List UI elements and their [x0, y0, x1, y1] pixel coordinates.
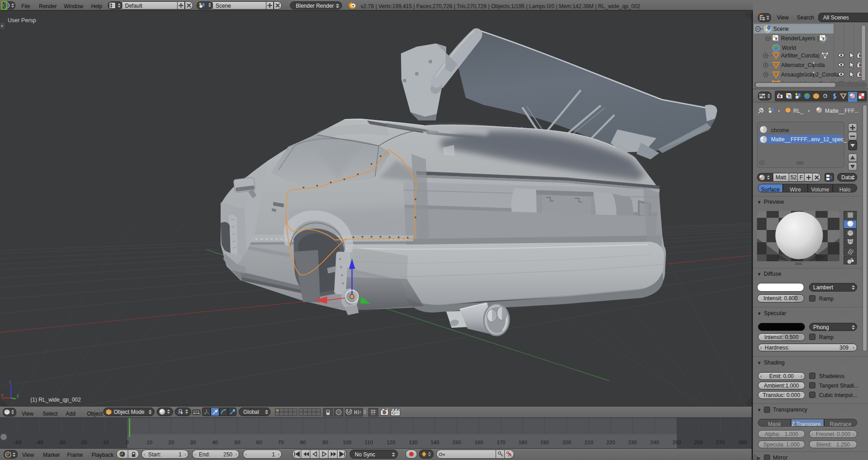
svg-text:260: 260: [694, 440, 703, 445]
svg-text:-20: -20: [80, 440, 87, 445]
svg-text:180: 180: [518, 440, 527, 445]
svg-text:90: 90: [323, 440, 328, 445]
svg-text:-30: -30: [58, 440, 66, 445]
svg-text:230: 230: [628, 440, 637, 445]
svg-text:210: 210: [584, 440, 593, 445]
svg-text:190: 190: [540, 440, 549, 445]
svg-text:150: 150: [452, 440, 461, 445]
svg-text:User Persp: User Persp: [8, 17, 36, 24]
svg-text:RenderLayers: RenderLayers: [781, 35, 815, 42]
svg-text:30: 30: [190, 440, 196, 445]
svg-text:Airfilter_Corolla: Airfilter_Corolla: [781, 53, 818, 59]
svg-text:RL_: RL_: [793, 108, 803, 114]
svg-text:220: 220: [606, 440, 615, 445]
svg-text:140: 140: [430, 440, 439, 445]
svg-text:130: 130: [409, 440, 417, 445]
svg-text:|: |: [818, 53, 820, 59]
svg-text:240: 240: [650, 440, 659, 445]
svg-text:10: 10: [147, 440, 153, 445]
svg-text:-10: -10: [101, 440, 109, 445]
svg-text:160: 160: [474, 440, 483, 445]
svg-text:Alternator_Corolla: Alternator_Corolla: [781, 62, 825, 68]
svg-text:20: 20: [169, 440, 174, 445]
svg-text:+: +: [0, 23, 3, 29]
svg-text:-50: -50: [14, 440, 22, 445]
svg-text:60: 60: [256, 440, 262, 445]
svg-text:y: y: [17, 393, 19, 398]
svg-text:270: 270: [716, 440, 724, 445]
svg-text:200: 200: [562, 440, 571, 445]
svg-text:(1) RL_wide_qp_002: (1) RL_wide_qp_002: [30, 397, 81, 403]
svg-text:0: 0: [126, 440, 129, 445]
svg-text:120: 120: [386, 440, 395, 445]
svg-text:z: z: [9, 379, 11, 384]
svg-text:110: 110: [365, 440, 373, 445]
svg-text:World: World: [782, 45, 796, 51]
svg-text:170: 170: [497, 440, 505, 445]
svg-text:250: 250: [672, 440, 681, 445]
svg-text:280: 280: [738, 440, 747, 445]
svg-text:80: 80: [300, 440, 306, 445]
svg-text:40: 40: [212, 440, 218, 445]
svg-text:50: 50: [235, 440, 241, 445]
svg-text:70: 70: [278, 440, 284, 445]
svg-text:100: 100: [342, 440, 351, 445]
svg-text:Matte__FFF...: Matte__FFF...: [825, 108, 858, 114]
svg-text:x: x: [1, 393, 3, 398]
svg-text:Ansaugbrücke2_Corolla: Ansaugbrücke2_Corolla: [781, 72, 839, 78]
svg-text:|: |: [817, 35, 819, 42]
svg-text:Scene: Scene: [773, 26, 789, 32]
svg-text:-40: -40: [36, 440, 43, 445]
